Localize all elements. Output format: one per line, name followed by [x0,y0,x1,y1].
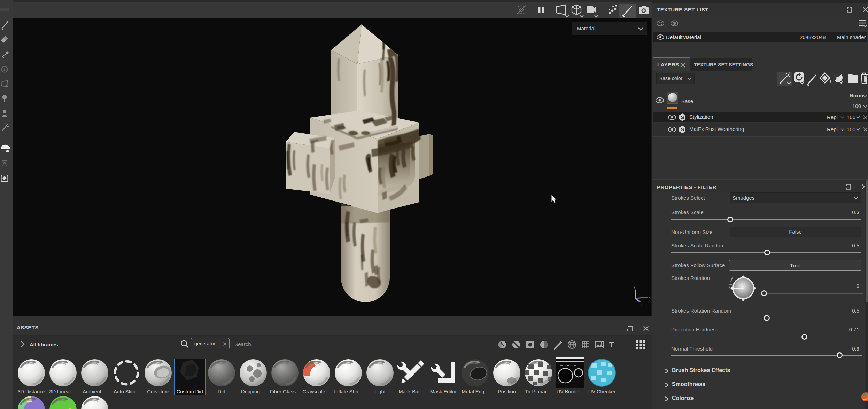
svg-text:z: z [641,302,643,307]
svg-text:Position: Position [498,389,516,394]
svg-text:S: S [681,114,684,120]
svg-text:Auto Stitc...: Auto Stitc... [114,389,139,394]
svg-text:Tri-Planar ...: Tri-Planar ... [525,389,552,394]
svg-text:UV Border...: UV Border... [557,389,584,394]
svg-text:x: x [649,295,651,299]
svg-text:Mask Buil...: Mask Buil... [399,389,425,394]
svg-text:Dirt: Dirt [218,389,226,394]
svg-text:T: T [609,340,614,349]
svg-text:UV Checker: UV Checker [588,389,615,394]
svg-text:Custom Dirt: Custom Dirt [177,389,203,394]
svg-text:y: y [634,284,636,289]
svg-text:Fiber Glass...: Fiber Glass... [270,389,300,394]
svg-text:3D Distance: 3D Distance [18,389,45,394]
svg-text:Light: Light [374,389,385,394]
svg-text:Curvature: Curvature [147,389,169,394]
svg-text:Grayscale ...: Grayscale ... [302,389,331,394]
svg-text:S: S [681,126,684,132]
svg-text:Metal Edg...: Metal Edg... [462,389,488,394]
svg-text:3D Linear ...: 3D Linear ... [49,389,77,394]
svg-text:Dripping ...: Dripping ... [241,389,265,394]
svg-text:Mask Editor: Mask Editor [430,389,457,394]
svg-text:Inflate Shri...: Inflate Shri... [334,389,362,394]
svg-text:Ambient ...: Ambient ... [83,389,107,394]
